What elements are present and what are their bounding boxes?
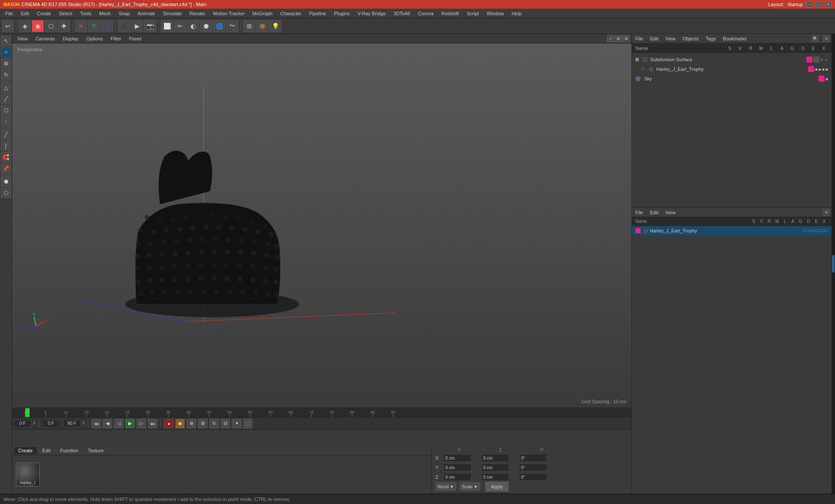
minimize-button[interactable]: ─ — [806, 1, 812, 7]
menu-corona[interactable]: Corona — [414, 10, 437, 17]
tool-knife[interactable]: ╱ — [1, 94, 11, 104]
maximize-button[interactable]: □ — [816, 1, 822, 7]
tab-create[interactable]: Create — [14, 447, 37, 454]
vp-btn-settings[interactable]: ⚙ — [623, 35, 630, 42]
autokey-button[interactable]: ◉ — [175, 419, 185, 428]
tool-bevel[interactable]: ⬡ — [1, 105, 11, 116]
obj-search-btn[interactable]: 🔍 — [812, 35, 818, 42]
tool-move-y[interactable]: Y — [88, 20, 100, 32]
menu-vray[interactable]: V-Ray Bridge — [354, 10, 389, 17]
tool-cube[interactable]: ⬜ — [161, 20, 173, 32]
menu-animate[interactable]: Animate — [134, 10, 159, 17]
goto-start-button[interactable]: ⏮ — [91, 419, 101, 428]
record-button[interactable]: ● — [164, 419, 174, 428]
tool-extrude[interactable]: ↑ — [1, 116, 11, 127]
obj-tab-edit[interactable]: Edit — [648, 36, 660, 41]
close-button[interactable]: ✕ — [825, 1, 832, 7]
playhead[interactable] — [25, 408, 30, 417]
current-frame-input[interactable] — [14, 420, 31, 428]
tool-sculpt[interactable]: 🌀 — [213, 20, 225, 32]
menu-tools[interactable]: Tools — [77, 10, 95, 17]
vp-tab-view[interactable]: View — [14, 35, 31, 42]
tool-undo[interactable]: ↩ — [2, 20, 14, 32]
tool-move-z[interactable]: Z — [101, 20, 113, 32]
material-thumbnail[interactable]: Harley_J — [16, 462, 40, 487]
menu-edit[interactable]: Edit — [17, 10, 33, 17]
tool-select-object[interactable]: ◉ — [32, 20, 44, 32]
viewport[interactable]: X Y Z Perspective Grid Spacing : 10 cm — [12, 43, 631, 408]
key-scale-button[interactable]: ⊟ — [220, 419, 230, 428]
obj-sky[interactable]: Sky ■ — [632, 74, 832, 83]
menu-select[interactable]: Select — [56, 10, 76, 17]
tab-function[interactable]: Function — [56, 447, 83, 454]
tool-material[interactable]: ◐ — [187, 20, 199, 32]
next-frame-button[interactable]: ▷ — [137, 419, 146, 428]
menu-mesh[interactable]: Mesh — [96, 10, 114, 17]
coord-y-pos-input[interactable] — [443, 464, 471, 471]
tool-hdr[interactable]: 🔅 — [256, 20, 268, 32]
tool-paint[interactable]: ✏ — [174, 20, 186, 32]
tool-pointer[interactable]: ↖ — [1, 36, 11, 46]
start-frame-input[interactable] — [42, 420, 60, 428]
tab-texture[interactable]: Texture — [84, 447, 108, 454]
menu-snap[interactable]: Snap — [115, 10, 134, 17]
menu-window[interactable]: Window — [483, 10, 507, 17]
coord-z-scale-input[interactable] — [519, 473, 547, 481]
key-pla-button[interactable]: ⬚ — [243, 419, 253, 428]
attr-tab-edit[interactable]: Edit — [648, 210, 660, 215]
obj-tab-tags[interactable]: Tags — [704, 36, 718, 41]
tool-light[interactable]: 💡 — [269, 20, 281, 32]
vp-btn-layout[interactable]: ⊞ — [615, 35, 622, 42]
obj-tab-view[interactable]: View — [664, 36, 678, 41]
attr-settings-btn[interactable]: ≡ — [823, 209, 830, 216]
tool-render-region[interactable]: 📷 — [144, 20, 156, 32]
prev-frame-button[interactable]: ◀ — [103, 419, 112, 428]
menu-help[interactable]: Help — [508, 10, 525, 17]
obj-settings-btn[interactable]: ≡ — [823, 35, 830, 42]
coord-x-pos-input[interactable] — [443, 454, 471, 462]
tool-mesh2[interactable]: ⬡ — [1, 188, 11, 198]
coord-x-scale-input[interactable] — [519, 454, 547, 462]
menu-script[interactable]: Script — [463, 10, 482, 17]
end-frame-input[interactable] — [63, 420, 80, 428]
menu-redshift[interactable]: Redshift — [438, 10, 462, 17]
obj-harley-trophy[interactable]: ⬡ Harley_J_Earl_Trophy ■ ■ ■ ■ — [632, 64, 832, 74]
obj-subdivision-surface[interactable]: ⬡ Subdivision Surface ✓ ✓ — [632, 55, 832, 64]
goto-end-button[interactable]: ⏭ — [148, 419, 157, 428]
obj-tab-bookmarks[interactable]: Bookmarks — [721, 36, 748, 41]
obj-tab-objects[interactable]: Objects — [681, 36, 700, 41]
vp-tab-cameras[interactable]: Cameras — [32, 35, 59, 42]
menu-character[interactable]: Character — [277, 10, 304, 17]
menu-simulate[interactable]: Simulate — [160, 10, 185, 17]
tool-deformer[interactable]: 〜 — [226, 20, 238, 32]
coord-y-scale-input[interactable] — [519, 464, 547, 471]
key-rot-button[interactable]: ↻ — [209, 419, 219, 428]
tool-move-x[interactable]: ✕ — [75, 20, 87, 32]
world-dropdown[interactable]: World ▼ — [435, 482, 456, 491]
menu-pipeline[interactable]: Pipeline — [306, 10, 330, 17]
tool-spline[interactable]: ∫ — [1, 141, 11, 151]
scale-dropdown[interactable]: Scale ▼ — [460, 482, 480, 491]
tool-grid[interactable]: ⊞ — [243, 20, 255, 32]
key-pos-button[interactable]: ⊞ — [198, 419, 207, 428]
vp-tab-options[interactable]: Options — [83, 35, 106, 42]
attr-tab-view[interactable]: View — [664, 210, 678, 215]
attr-tab-file[interactable]: File — [634, 210, 645, 215]
play-backward-button[interactable]: ◁ — [114, 419, 124, 428]
tool-scale[interactable]: ⊞ — [1, 58, 11, 69]
obj-tab-file[interactable]: File — [634, 36, 645, 41]
tool-magnet[interactable]: 🧲 — [1, 152, 11, 162]
menu-motion-tracker[interactable]: Motion Tracker — [210, 10, 248, 17]
key-param-button[interactable]: ✦ — [232, 419, 241, 428]
tool-line[interactable]: ╱ — [1, 129, 11, 140]
tool-pin[interactable]: 📌 — [1, 163, 11, 174]
apply-button[interactable]: Apply — [485, 482, 509, 491]
vp-btn-expand[interactable]: ⤢ — [607, 35, 614, 42]
menu-render[interactable]: Render — [186, 10, 209, 17]
layout-handle[interactable] — [832, 255, 835, 272]
menu-3dtoall[interactable]: 3DToAll — [390, 10, 414, 17]
play-button[interactable]: ▶ — [125, 419, 135, 428]
tool-rotate[interactable]: ↻ — [1, 70, 11, 80]
tool-add[interactable]: ✚ — [58, 20, 70, 32]
tool-select-model[interactable]: ◈ — [19, 20, 31, 32]
